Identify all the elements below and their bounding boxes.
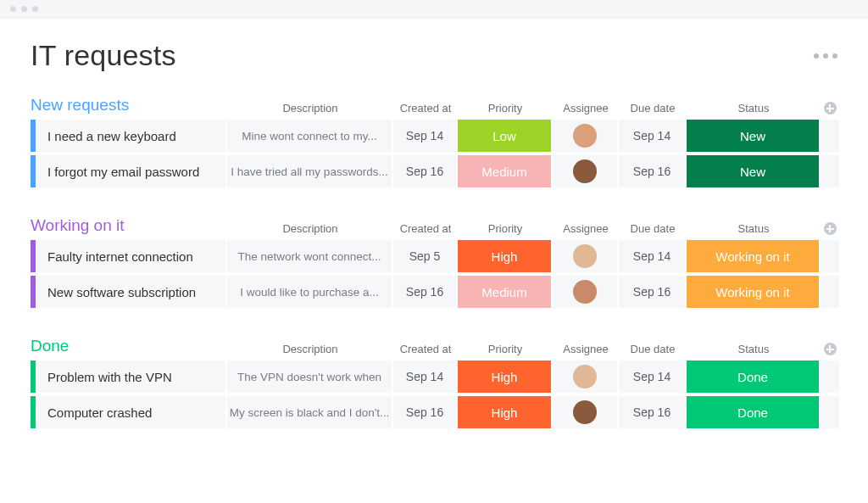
- row-status-cell[interactable]: New: [687, 155, 821, 187]
- row-status-cell[interactable]: Done: [687, 396, 821, 428]
- row-created-cell[interactable]: Sep 14: [393, 120, 458, 152]
- row-assignee-cell[interactable]: [553, 240, 619, 272]
- row-created-cell[interactable]: Sep 14: [393, 360, 458, 393]
- table-row[interactable]: New software subscriptionI would like to…: [31, 276, 837, 308]
- column-header-description[interactable]: Description: [227, 102, 393, 115]
- row-name-cell[interactable]: Faulty internet connection: [31, 240, 227, 272]
- table-row[interactable]: I forgot my email passwordI have tried a…: [31, 155, 837, 187]
- row-tail-cell: [821, 396, 839, 428]
- column-header-created-at[interactable]: Created at: [393, 102, 458, 115]
- column-header-created-at[interactable]: Created at: [393, 222, 458, 235]
- column-header-due-date[interactable]: Due date: [619, 222, 687, 235]
- row-tail-cell: [821, 276, 839, 308]
- row-description-cell[interactable]: Mine wont connect to my...: [227, 120, 393, 152]
- row-description-cell[interactable]: The VPN doesn't work when: [227, 360, 393, 393]
- board-page: IT requests New requestsDescriptionCreat…: [0, 19, 868, 428]
- column-header-due-date[interactable]: Due date: [619, 102, 687, 115]
- row-created-cell[interactable]: Sep 16: [393, 396, 458, 428]
- row-name-cell[interactable]: I need a new keyboard: [31, 120, 227, 152]
- row-tail-cell: [821, 120, 839, 152]
- dots-icon: [814, 53, 819, 59]
- group-header: Working on itDescriptionCreated atPriori…: [31, 216, 837, 240]
- row-due-cell[interactable]: Sep 16: [619, 396, 687, 428]
- table-row[interactable]: Computer crashedMy screen is black and I…: [31, 396, 837, 428]
- table-row[interactable]: Faulty internet connectionThe network wo…: [31, 240, 837, 272]
- avatar: [573, 159, 597, 183]
- window-dot: [10, 6, 16, 12]
- row-priority-cell[interactable]: High: [458, 360, 553, 393]
- column-header-assignee[interactable]: Assignee: [553, 222, 619, 235]
- row-description-cell[interactable]: I have tried all my passwords...: [227, 155, 393, 187]
- group-header: DoneDescriptionCreated atPriorityAssigne…: [31, 337, 837, 360]
- column-header-created-at[interactable]: Created at: [393, 343, 458, 355]
- group-header: New requestsDescriptionCreated atPriorit…: [31, 96, 837, 120]
- row-due-cell[interactable]: Sep 16: [619, 155, 687, 187]
- plus-icon[interactable]: [824, 102, 837, 115]
- row-priority-cell[interactable]: High: [458, 396, 553, 428]
- add-column: [821, 222, 839, 235]
- column-header-assignee[interactable]: Assignee: [553, 343, 619, 355]
- plus-icon[interactable]: [824, 222, 837, 235]
- row-tail-cell: [821, 155, 839, 187]
- row-priority-cell[interactable]: Medium: [458, 276, 553, 308]
- row-created-cell[interactable]: Sep 16: [393, 155, 458, 187]
- row-created-cell[interactable]: Sep 16: [393, 276, 458, 308]
- row-name-cell[interactable]: Computer crashed: [31, 396, 227, 428]
- row-name-cell[interactable]: Problem with the VPN: [31, 360, 227, 393]
- avatar: [573, 400, 597, 424]
- row-name-cell[interactable]: New software subscription: [31, 276, 227, 308]
- column-header-due-date[interactable]: Due date: [619, 343, 687, 355]
- row-due-cell[interactable]: Sep 14: [619, 360, 687, 393]
- add-column: [821, 343, 839, 355]
- column-header-assignee[interactable]: Assignee: [553, 102, 619, 115]
- row-description-cell[interactable]: My screen is black and I don't...: [227, 396, 393, 428]
- row-due-cell[interactable]: Sep 14: [619, 120, 687, 152]
- row-due-cell[interactable]: Sep 16: [619, 276, 687, 308]
- column-header-description[interactable]: Description: [227, 222, 393, 235]
- column-header-status[interactable]: Status: [687, 102, 821, 115]
- row-priority-cell[interactable]: Medium: [458, 155, 553, 187]
- row-priority-cell[interactable]: High: [458, 240, 553, 272]
- add-column: [821, 102, 839, 115]
- avatar: [573, 124, 597, 148]
- row-due-cell[interactable]: Sep 14: [619, 240, 687, 272]
- group: New requestsDescriptionCreated atPriorit…: [31, 96, 837, 187]
- window-dot: [21, 6, 27, 12]
- page-title: IT requests: [31, 39, 176, 72]
- group: DoneDescriptionCreated atPriorityAssigne…: [31, 337, 837, 428]
- row-created-cell[interactable]: Sep 5: [393, 240, 458, 272]
- group-name[interactable]: Working on it: [31, 216, 227, 235]
- avatar: [573, 280, 597, 304]
- plus-icon[interactable]: [824, 343, 837, 355]
- board-menu-button[interactable]: [814, 53, 837, 59]
- column-header-status[interactable]: Status: [687, 343, 821, 355]
- window-dot: [32, 6, 38, 12]
- row-description-cell[interactable]: The network wont connect...: [227, 240, 393, 272]
- row-name-cell[interactable]: I forgot my email password: [31, 155, 227, 187]
- row-tail-cell: [821, 240, 839, 272]
- group-name[interactable]: Done: [31, 337, 227, 355]
- row-status-cell[interactable]: New: [687, 120, 821, 152]
- avatar: [573, 365, 597, 388]
- row-description-cell[interactable]: I would like to purchase a...: [227, 276, 393, 308]
- row-assignee-cell[interactable]: [553, 276, 619, 308]
- row-assignee-cell[interactable]: [553, 360, 619, 393]
- table-row[interactable]: I need a new keyboardMine wont connect t…: [31, 120, 837, 152]
- row-assignee-cell[interactable]: [553, 120, 619, 152]
- column-header-status[interactable]: Status: [687, 222, 821, 235]
- group-name[interactable]: New requests: [31, 96, 227, 115]
- title-row: IT requests: [31, 39, 837, 72]
- row-priority-cell[interactable]: Low: [458, 120, 553, 152]
- column-header-priority[interactable]: Priority: [458, 343, 553, 355]
- row-assignee-cell[interactable]: [553, 396, 619, 428]
- avatar: [573, 244, 597, 268]
- row-assignee-cell[interactable]: [553, 155, 619, 187]
- row-status-cell[interactable]: Working on it: [687, 240, 821, 272]
- row-status-cell[interactable]: Done: [687, 360, 821, 393]
- column-header-priority[interactable]: Priority: [458, 222, 553, 235]
- row-status-cell[interactable]: Working on it: [687, 276, 821, 308]
- column-header-description[interactable]: Description: [227, 343, 393, 355]
- table-row[interactable]: Problem with the VPNThe VPN doesn't work…: [31, 360, 837, 393]
- column-header-priority[interactable]: Priority: [458, 102, 553, 115]
- dots-icon: [823, 53, 828, 59]
